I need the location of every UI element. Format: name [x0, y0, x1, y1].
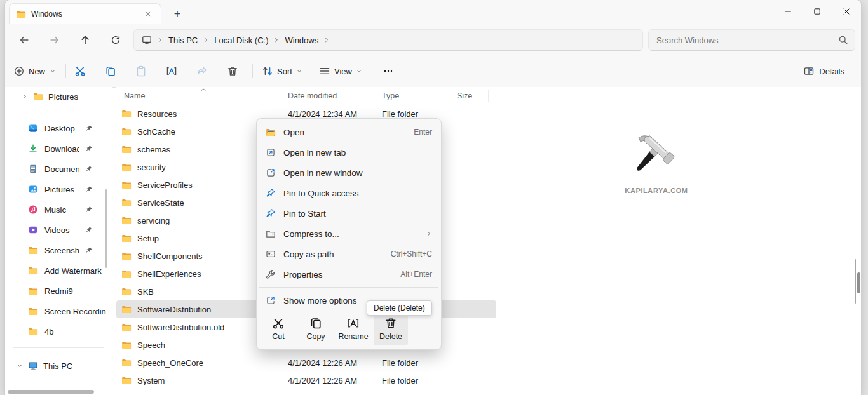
sidebar-item[interactable]: Screenshots — [5, 240, 112, 260]
type-cell: File folder — [374, 376, 449, 385]
copy-button[interactable] — [100, 60, 121, 82]
column-header-date-modified[interactable]: Date modified — [280, 90, 374, 102]
sidebar-item-label: Pictures — [44, 185, 79, 194]
context-menu-item[interactable]: Open Enter — [257, 122, 441, 142]
sidebar-item[interactable]: Videos — [5, 220, 112, 240]
context-menu-item[interactable]: Properties Alt+Enter — [257, 264, 441, 285]
command-label: Cut — [272, 332, 284, 341]
share-button[interactable] — [191, 60, 213, 82]
sidebar-item[interactable]: Music — [5, 199, 112, 220]
context-menu-items: Open Enter Open in new tab Open in new w… — [257, 122, 441, 311]
sidebar-item[interactable]: Downloads — [5, 138, 112, 159]
context-menu-command-button[interactable]: Cut — [261, 312, 295, 345]
sidebar-item[interactable]: Pictures — [5, 179, 112, 199]
sidebar-item[interactable]: Redmi9 — [5, 281, 112, 301]
forward-button[interactable] — [43, 29, 66, 51]
paste-button[interactable] — [130, 60, 152, 82]
context-menu-item[interactable]: Pin to Quick access — [257, 183, 441, 203]
context-menu-item-icon — [266, 295, 276, 305]
sort-button[interactable]: Sort — [262, 62, 302, 81]
file-list-scrollbar-thumb[interactable] — [857, 272, 860, 293]
sidebar-item[interactable]: Documents — [5, 159, 112, 179]
file-explorer-window: Windows + This PC Loca — [5, 0, 861, 395]
context-menu-item[interactable]: Compress to... — [257, 224, 441, 244]
chevron-down-icon — [356, 68, 362, 74]
folder-icon — [121, 358, 132, 368]
search-box[interactable] — [648, 29, 855, 51]
sidebar-item-label: Pictures — [48, 92, 78, 102]
file-name: SoftwareDistribution.old — [137, 323, 224, 332]
delete-button[interactable] — [222, 60, 243, 82]
cut-button[interactable] — [69, 60, 91, 82]
view-button[interactable]: View — [319, 62, 362, 81]
new-label: New — [29, 67, 45, 76]
file-name: Speech_OneCore — [137, 358, 203, 368]
file-name: ServiceProfiles — [137, 180, 193, 190]
context-menu-item-shortcut: Ctrl+Shift+C — [391, 250, 432, 258]
more-options-button[interactable] — [377, 60, 399, 82]
sidebar-item-icon — [28, 306, 38, 316]
folder-icon — [16, 9, 26, 19]
watermark: KAPILARYA.COM — [615, 128, 698, 194]
column-header-size[interactable]: Size — [449, 90, 489, 102]
sidebar-item-icon — [28, 245, 38, 255]
chevron-down-icon — [17, 363, 23, 369]
file-name: servicing — [137, 216, 170, 225]
up-button[interactable] — [74, 29, 97, 51]
breadcrumb-this-pc[interactable]: This PC — [168, 36, 198, 45]
folder-icon — [121, 215, 132, 225]
tab-close-icon[interactable] — [142, 8, 154, 20]
sidebar-item-pictures-tree[interactable]: Pictures — [5, 87, 112, 106]
file-row[interactable]: Speech_OneCore 4/1/2024 12:26 AM File fo… — [116, 354, 496, 372]
rename-button[interactable] — [161, 60, 182, 82]
new-tab-button[interactable]: + — [169, 6, 186, 22]
sidebar-item-label: Screenshots — [44, 246, 79, 255]
details-button[interactable]: Details — [803, 62, 844, 81]
sidebar-vertical-scrollbar[interactable] — [105, 189, 107, 268]
hammer-icon — [625, 128, 688, 187]
sidebar-item-label: Desktop — [44, 124, 79, 133]
sidebar-item[interactable]: 4b — [5, 321, 112, 342]
sidebar-horizontal-scrollbar[interactable] — [8, 390, 94, 394]
context-menu-command-button[interactable]: Rename — [336, 312, 370, 345]
address-bar[interactable]: This PC Local Disk (C:) Windows — [133, 29, 643, 51]
sidebar-item-this-pc[interactable]: This PC — [5, 356, 112, 376]
file-name: ShellComponents — [137, 251, 203, 261]
folder-icon — [121, 269, 132, 279]
sidebar-separator — [13, 347, 104, 348]
file-list-scrollbar-track[interactable] — [855, 259, 856, 304]
back-button[interactable] — [13, 29, 36, 51]
window-chrome: Windows + This PC Loca — [5, 0, 861, 88]
column-header-type[interactable]: Type — [374, 90, 449, 102]
file-row[interactable]: System32 3/18/2025 12:30 AM File folder — [116, 389, 496, 395]
sidebar-item-label: Videos — [44, 225, 79, 235]
context-menu-command-button[interactable]: Delete — [374, 312, 408, 345]
this-pc-icon — [28, 361, 38, 371]
watermark-text: KAPILARYA.COM — [615, 187, 698, 194]
context-menu-item-icon — [266, 208, 276, 218]
sidebar-item[interactable]: Screen Recordin — [5, 301, 112, 321]
column-header-name[interactable]: Name — [116, 90, 280, 102]
sidebar-item-label: Music — [44, 205, 79, 215]
file-row[interactable]: System 4/1/2024 12:26 AM File folder — [116, 372, 496, 389]
search-input[interactable] — [649, 30, 855, 50]
context-menu-item[interactable]: Open in new tab — [257, 142, 441, 163]
new-button[interactable]: New — [14, 62, 56, 81]
folder-icon — [121, 109, 132, 119]
chevron-down-icon — [50, 68, 56, 74]
context-menu-item[interactable]: Pin to Start — [257, 203, 441, 224]
maximize-button[interactable] — [803, 0, 832, 23]
context-menu-command-button[interactable]: Copy — [299, 312, 333, 345]
breadcrumb-local-disk[interactable]: Local Disk (C:) — [214, 36, 268, 45]
context-menu-item[interactable]: Copy as path Ctrl+Shift+C — [257, 244, 441, 264]
sidebar-item-label: Downloads — [44, 144, 79, 154]
refresh-button[interactable] — [104, 29, 127, 51]
context-menu-item[interactable]: Open in new window — [257, 163, 441, 183]
explorer-tab[interactable]: Windows — [9, 3, 161, 24]
sidebar-item[interactable]: Desktop — [5, 118, 112, 138]
close-button[interactable] — [832, 0, 861, 23]
sidebar-item-icon — [28, 286, 38, 296]
minimize-button[interactable] — [773, 0, 803, 23]
sidebar-item[interactable]: Add Watermark — [5, 260, 112, 281]
breadcrumb-windows[interactable]: Windows — [285, 36, 318, 45]
